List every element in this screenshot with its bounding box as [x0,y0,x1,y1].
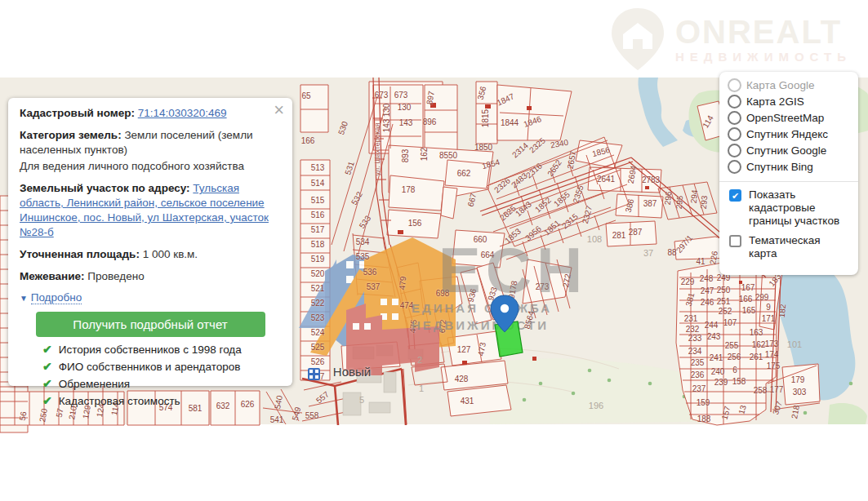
checkbox-icon[interactable]: ✔ [729,189,741,202]
brand-name: ONREALT [675,14,852,50]
survey-value: Проведено [87,270,144,282]
overlay-options: ✔Показать кадастровые границы участковТе… [728,188,850,260]
category-row: Категория земель: Земли поселений (земли… [20,128,281,157]
survey-row: Межевание: Проведено [20,269,281,284]
brand-subtitle: НЕДВИЖИМОСТЬ [675,50,852,64]
area-label: Уточненная площадь: [20,248,140,260]
cadastral-number-row: Кадастровый номер: 71:14:030320:469 [20,106,281,121]
layer-option-2[interactable]: OpenStreetMap [728,109,850,126]
map-layers-panel: Карта GoogleКарта 2GISOpenStreetMapСпутн… [719,72,858,275]
panel-divider [719,181,858,182]
area-value: 1 000 кв.м. [143,248,198,260]
check-icon: ✔ [42,377,52,390]
overlay-option-label: Показать кадастровые границы участков [749,188,850,228]
radio-icon[interactable] [728,78,741,92]
overlay-option-label: Тематическая карта [749,234,850,260]
radio-icon[interactable] [728,95,741,109]
overlay-option-1[interactable]: Тематическая карта [728,234,850,260]
category-usage: Для ведения личного подсобного хозяйства [20,159,281,174]
chevron-down-icon: ▼ [20,294,28,303]
radio-icon[interactable] [728,144,741,157]
layer-option-1[interactable]: Карта 2GIS [728,93,850,109]
layer-option-5[interactable]: Спутник Bing [728,158,850,175]
feature-item: ✔История собственников с 1998 года [42,344,281,356]
top-bar: ONREALT НЕДВИЖИМОСТЬ [0,0,868,78]
report-features-list: ✔История собственников с 1998 года✔ФИО с… [20,344,281,407]
overlay-option-0[interactable]: ✔Показать кадастровые границы участков [728,188,850,228]
layer-option-label: Спутник Яндекс [746,128,828,140]
radio-icon[interactable] [728,111,741,125]
feature-label: ФИО собственников и арендаторов [59,361,241,373]
area-row: Уточненная площадь: 1 000 кв.м. [20,247,281,262]
address-label: Земельный участок по адресу: [20,182,190,194]
details-toggle[interactable]: ▼ Подробно [20,291,281,304]
feature-label: Кадастровая стоимость [59,395,180,407]
layer-option-label: Карта Google [746,79,814,91]
radio-icon[interactable] [728,127,741,141]
feature-item: ✔Кадастровая стоимость [42,395,281,407]
category-label: Категория земель: [20,129,122,141]
base-layer-options: Карта GoogleКарта 2GISOpenStreetMapСпутн… [728,77,850,175]
report-button[interactable]: Получить подробный отчет [36,312,265,337]
checkbox-icon[interactable] [729,235,741,247]
close-icon[interactable]: × [274,101,284,119]
layer-option-label: OpenStreetMap [746,112,824,124]
address-row: Земельный участок по адресу: Тульская об… [20,181,281,240]
cadastral-info-panel: × Кадастровый номер: 71:14:030320:469 Ка… [8,98,292,386]
layer-option-3[interactable]: Спутник Яндекс [728,126,850,142]
check-icon: ✔ [42,360,52,373]
feature-label: Обременения [59,378,130,390]
check-icon: ✔ [42,343,52,356]
survey-label: Межевание: [20,270,85,282]
layer-option-label: Спутник Bing [746,161,813,173]
feature-label: История собственников с 1998 года [59,344,242,356]
layer-option-label: Карта 2GIS [746,95,804,108]
onrealt-logo: ONREALT НЕДВИЖИМОСТЬ [608,7,852,72]
house-pin-icon [608,7,667,72]
feature-item: ✔ФИО собственников и арендаторов [42,361,281,373]
check-icon: ✔ [42,394,52,407]
cadastral-label: Кадастровый номер: [20,107,135,119]
layer-option-0[interactable]: Карта Google [728,77,850,93]
layer-option-label: Спутник Google [746,144,826,157]
feature-item: ✔Обременения [42,378,281,390]
details-link-label: Подробно [31,291,82,304]
cadastral-number-link[interactable]: 71:14:030320:469 [138,107,227,119]
radio-icon[interactable] [728,160,741,174]
layer-option-4[interactable]: Спутник Google [728,142,850,158]
transit-station-icon [308,368,320,380]
